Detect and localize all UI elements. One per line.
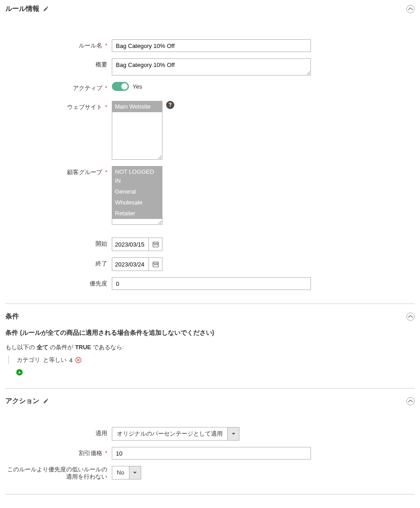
control-active: Yes bbox=[112, 82, 142, 91]
calendar-icon[interactable] bbox=[148, 238, 162, 251]
chevron-down-icon[interactable] bbox=[129, 466, 141, 479]
cond-operator[interactable]: と等しい bbox=[43, 356, 67, 364]
apply-select[interactable]: オリジナルのパーセンテージとして適用 bbox=[112, 427, 239, 441]
field-apply: 適用 オリジナルのパーセンテージとして適用 bbox=[5, 427, 415, 441]
svg-rect-9 bbox=[157, 264, 158, 265]
select-value: No bbox=[112, 466, 129, 479]
chevron-up-icon[interactable] bbox=[406, 313, 415, 321]
label-discount: 割引価格 * bbox=[5, 447, 112, 460]
required-mark: * bbox=[105, 82, 107, 95]
rule-info-section: ルール情報 ルール名 * 概要 bbox=[5, 5, 415, 304]
to-date-input[interactable] bbox=[112, 258, 148, 271]
required-mark: * bbox=[105, 447, 107, 460]
label-text: ルール名 bbox=[79, 39, 102, 52]
svg-rect-3 bbox=[155, 244, 156, 245]
cond-aggregator[interactable]: 全て bbox=[37, 344, 48, 351]
actions-section: アクション 適用 オリジナルのパーセンテージとして適用 bbox=[5, 397, 415, 494]
field-description: 概要 bbox=[5, 58, 415, 76]
control-description bbox=[112, 58, 311, 76]
conditions-tree: カテゴリ と等しい 4 bbox=[8, 356, 415, 364]
conditions-title: 条件 bbox=[5, 312, 19, 321]
field-discount: 割引価格 * bbox=[5, 447, 415, 460]
websites-multiselect[interactable]: Main Website bbox=[112, 101, 162, 160]
multiselect-option[interactable]: Main Website bbox=[112, 101, 162, 112]
field-customer-groups: 顧客グループ * NOT LOGGED IN General Wholesale… bbox=[5, 166, 415, 225]
discard-select[interactable]: No bbox=[112, 466, 141, 480]
label-customer-groups: 顧客グループ * bbox=[5, 166, 112, 179]
required-mark: * bbox=[105, 166, 107, 179]
multiselect-option[interactable]: General bbox=[112, 186, 162, 197]
svg-rect-8 bbox=[155, 264, 156, 265]
condition-item: カテゴリ と等しい 4 bbox=[17, 356, 415, 364]
question-icon[interactable]: ? bbox=[166, 101, 174, 109]
label-priority: 優先度 bbox=[5, 277, 112, 290]
field-discard: このルールより優先度の低いルールの適用を行わない No bbox=[5, 466, 415, 480]
label-rule-name: ルール名 * bbox=[5, 39, 112, 52]
conditions-section: 条件 条件 (ルールが全ての商品に適用される場合条件を追加しないでください) も… bbox=[5, 312, 415, 389]
control-priority bbox=[112, 277, 311, 290]
section-title-text: ルール情報 bbox=[5, 5, 39, 13]
calendar-icon[interactable] bbox=[148, 258, 162, 271]
cond-attribute[interactable]: カテゴリ bbox=[17, 356, 40, 364]
label-to: 終了 bbox=[5, 257, 112, 270]
control-to bbox=[112, 257, 162, 271]
chevron-up-icon[interactable] bbox=[406, 5, 415, 13]
rule-info-title: ルール情報 bbox=[5, 5, 49, 13]
section-title-text: アクション bbox=[5, 397, 39, 405]
control-discount bbox=[112, 447, 311, 460]
conditions-subtitle: 条件 (ルールが全ての商品に適用される場合条件を追加しないでください) bbox=[5, 329, 415, 337]
field-rule-name: ルール名 * bbox=[5, 39, 415, 52]
conditions-root-line: もし以下の 全て の条件が TRUE であるなら: bbox=[5, 343, 415, 351]
label-apply: 適用 bbox=[5, 427, 112, 440]
control-customer-groups: NOT LOGGED IN General Wholesale Retailer bbox=[112, 166, 162, 225]
chevron-up-icon[interactable] bbox=[406, 397, 415, 405]
label-text: 開始 bbox=[95, 237, 107, 250]
required-mark: * bbox=[105, 39, 107, 52]
control-rule-name bbox=[112, 39, 311, 52]
multiselect-option[interactable]: Retailer bbox=[112, 208, 162, 219]
priority-input[interactable] bbox=[112, 277, 311, 290]
rule-name-input[interactable] bbox=[112, 39, 311, 52]
control-from bbox=[112, 237, 162, 251]
multiselect-option[interactable]: NOT LOGGED IN bbox=[112, 166, 162, 186]
rule-info-header: ルール情報 bbox=[5, 5, 415, 13]
description-textarea[interactable] bbox=[112, 58, 311, 76]
actions-body: 適用 オリジナルのパーセンテージとして適用 割引価格 * bbox=[5, 413, 415, 480]
control-websites: Main Website ? bbox=[112, 101, 174, 160]
customer-groups-multiselect[interactable]: NOT LOGGED IN General Wholesale Retailer bbox=[112, 166, 162, 225]
cond-value[interactable]: TRUE bbox=[75, 344, 91, 351]
pencil-icon[interactable] bbox=[43, 398, 49, 404]
date-input-wrap bbox=[112, 257, 162, 271]
chevron-down-icon[interactable] bbox=[227, 427, 239, 440]
remove-icon[interactable] bbox=[75, 357, 81, 363]
svg-rect-2 bbox=[154, 244, 155, 245]
active-toggle[interactable] bbox=[112, 82, 129, 91]
cond-text: の条件が bbox=[50, 344, 73, 351]
label-from: 開始 bbox=[5, 237, 112, 250]
field-websites: ウェブサイト * Main Website ? bbox=[5, 101, 415, 160]
multiselect-option[interactable]: Wholesale bbox=[112, 197, 162, 208]
discount-input[interactable] bbox=[112, 447, 311, 460]
date-input-wrap bbox=[112, 237, 162, 251]
pencil-icon[interactable] bbox=[43, 6, 49, 12]
actions-header: アクション bbox=[5, 397, 415, 405]
label-text: 顧客グループ bbox=[67, 166, 102, 179]
section-title-text: 条件 bbox=[5, 312, 19, 321]
add-icon[interactable]: + bbox=[16, 369, 23, 375]
conditions-header: 条件 bbox=[5, 312, 415, 321]
label-text: 概要 bbox=[95, 58, 107, 71]
actions-title: アクション bbox=[5, 397, 49, 405]
label-text: 優先度 bbox=[90, 277, 107, 290]
required-mark: * bbox=[105, 101, 107, 114]
from-date-input[interactable] bbox=[112, 238, 148, 251]
field-to: 終了 bbox=[5, 257, 415, 271]
field-active: アクティブ * Yes bbox=[5, 82, 415, 95]
label-websites: ウェブサイト * bbox=[5, 101, 112, 114]
label-description: 概要 bbox=[5, 58, 112, 71]
rule-info-body: ルール名 * 概要 アクティブ * Yes bbox=[5, 21, 415, 290]
select-value: オリジナルのパーセンテージとして適用 bbox=[112, 427, 227, 440]
label-text: このルールより優先度の低いルールの適用を行わない bbox=[5, 466, 107, 480]
cond-item-value[interactable]: 4 bbox=[69, 357, 72, 364]
svg-rect-7 bbox=[154, 264, 155, 265]
cond-text: であるなら: bbox=[93, 344, 124, 351]
